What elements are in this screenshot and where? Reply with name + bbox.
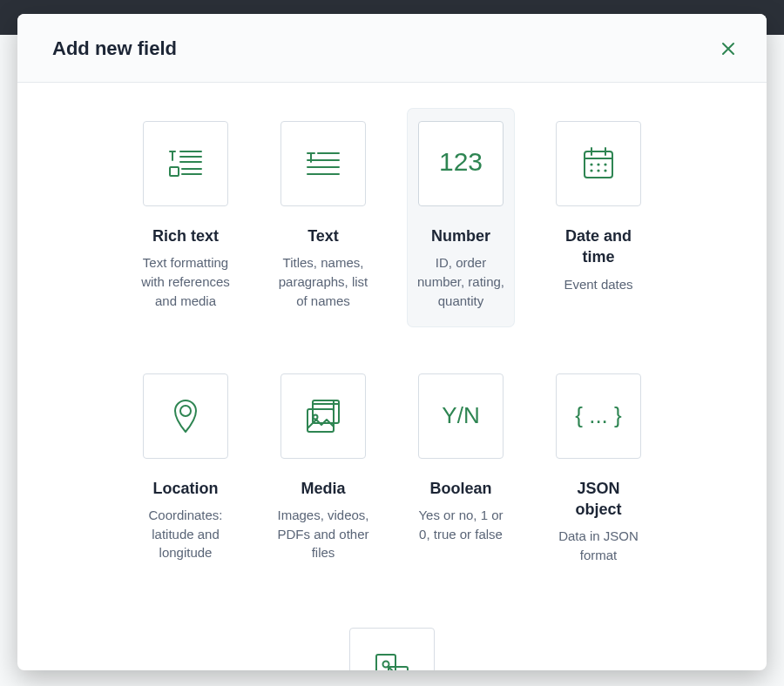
svg-point-12 <box>314 414 318 419</box>
add-field-modal: Add new field Rich tex <box>17 14 767 670</box>
modal-title: Add new field <box>52 37 177 60</box>
calendar-icon <box>556 121 641 206</box>
close-button[interactable] <box>716 37 740 61</box>
svg-point-9 <box>180 406 191 416</box>
svg-text:{ ... }: { ... } <box>575 402 622 428</box>
svg-text:123: 123 <box>439 147 483 176</box>
field-type-title: Rich text <box>152 225 219 246</box>
text-icon <box>280 121 366 206</box>
field-type-title: JSON object <box>552 478 645 521</box>
field-type-rich-text[interactable]: Rich text Text formatting with reference… <box>132 109 239 326</box>
location-pin-icon <box>143 373 228 459</box>
field-type-number[interactable]: 123 Number ID, order number, rating, qua… <box>408 109 514 326</box>
field-type-location[interactable]: Location Coordinates: latitude and longi… <box>132 361 239 581</box>
field-type-grid: Rich text Text formatting with reference… <box>70 109 714 670</box>
svg-point-3 <box>590 163 592 165</box>
field-type-desc: Yes or no, 1 or 0, true or false <box>415 506 507 544</box>
field-type-text[interactable]: Text Titles, names, paragraphs, list of … <box>270 109 376 326</box>
field-type-reference[interactable]: Reference For example, a blog post can r… <box>339 615 445 670</box>
field-type-desc: Images, videos, PDFs and other files <box>277 506 369 562</box>
svg-point-6 <box>590 169 592 172</box>
field-type-title: Date and time <box>552 225 645 268</box>
media-icon <box>280 373 366 459</box>
field-type-media[interactable]: Media Images, videos, PDFs and other fil… <box>270 361 376 581</box>
field-type-title: Location <box>153 478 219 499</box>
svg-text:Y/N: Y/N <box>442 402 479 428</box>
svg-rect-11 <box>308 409 334 432</box>
boolean-icon: Y/N <box>418 373 504 459</box>
json-icon: { ... } <box>556 373 641 459</box>
field-type-desc: Data in JSON format <box>552 527 645 565</box>
field-type-desc: Text formatting with references and medi… <box>139 253 232 310</box>
field-type-date-time[interactable]: Date and time Event dates <box>545 109 652 326</box>
field-type-desc: Event dates <box>564 275 632 294</box>
field-type-boolean[interactable]: Y/N Boolean Yes or no, 1 or 0, true or f… <box>408 361 514 581</box>
field-type-desc: ID, order number, rating, quantity <box>415 253 507 310</box>
svg-point-4 <box>597 163 599 165</box>
modal-body: Rich text Text formatting with reference… <box>17 83 767 670</box>
rich-text-icon <box>143 121 228 206</box>
field-type-title: Boolean <box>429 478 491 499</box>
svg-point-7 <box>597 169 599 172</box>
modal-header: Add new field <box>17 14 767 83</box>
svg-point-5 <box>604 163 606 165</box>
reference-icon <box>349 628 435 670</box>
field-type-title: Media <box>301 478 345 499</box>
svg-point-8 <box>604 169 606 172</box>
field-type-json-object[interactable]: { ... } JSON object Data in JSON format <box>545 361 652 581</box>
svg-rect-15 <box>376 655 395 670</box>
close-icon <box>721 42 735 56</box>
field-type-desc: Coordinates: latitude and longitude <box>139 506 232 562</box>
number-icon: 123 <box>418 121 504 206</box>
field-type-desc: Titles, names, paragraphs, list of names <box>277 253 369 310</box>
field-type-title: Number <box>431 225 490 246</box>
field-type-title: Text <box>308 225 339 246</box>
svg-rect-0 <box>170 167 179 176</box>
